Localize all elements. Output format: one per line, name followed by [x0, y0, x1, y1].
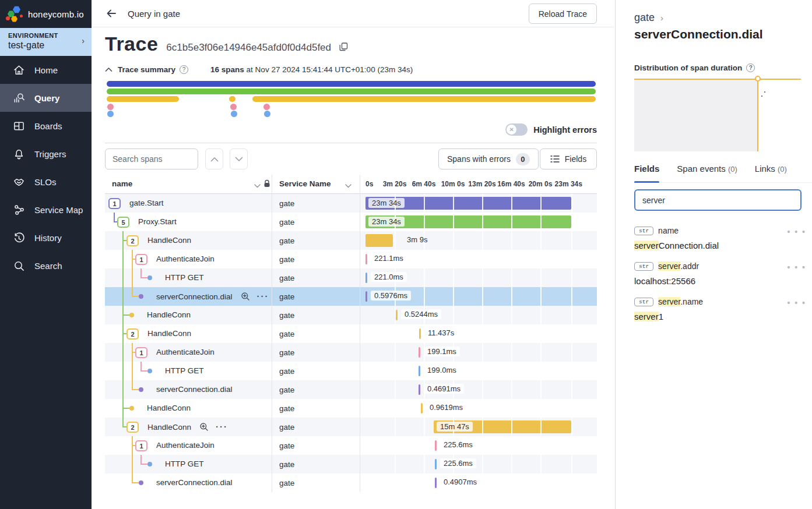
sidebar-item-query[interactable]: Query	[0, 84, 92, 112]
span-row-HTTP GET[interactable]: HTTP GETgate225.6ms	[105, 455, 597, 473]
span-duration-tick[interactable]	[435, 440, 437, 451]
span-duration-tick[interactable]	[365, 291, 367, 302]
span-count-badge[interactable]: 5	[117, 217, 129, 228]
prev-match-button[interactable]	[205, 149, 223, 169]
tab-links[interactable]: Links (0)	[755, 164, 787, 182]
tab-fields[interactable]: Fields	[634, 164, 659, 182]
sidebar-item-home[interactable]: Home	[0, 56, 92, 84]
field-menu-icon[interactable]: • • •	[788, 227, 806, 236]
chevron-down-icon[interactable]	[345, 181, 351, 190]
span-duration-tick[interactable]	[419, 328, 421, 339]
span-row-HandleConn[interactable]: 2HandleConngate11.437s	[105, 324, 597, 343]
timeline-gridline	[540, 268, 542, 287]
span-duration-bar[interactable]	[365, 234, 393, 247]
chevron-up-icon[interactable]	[105, 65, 113, 74]
field-menu-icon[interactable]: • • •	[788, 298, 806, 307]
trace-summary-label[interactable]: Trace summary	[118, 65, 175, 74]
span-row-HandleConn[interactable]: 2HandleConngate3m 9s	[105, 231, 597, 250]
span-duration-tick[interactable]	[435, 478, 437, 488]
row-menu-icon[interactable]: ···	[257, 294, 269, 299]
tab-span-events[interactable]: Span events (0)	[677, 164, 737, 182]
span-count-badge[interactable]: 2	[126, 422, 139, 433]
minimap-span-bar	[252, 96, 596, 102]
minimap-span-bar	[107, 89, 596, 94]
copy-icon[interactable]	[339, 43, 348, 51]
service-name-cell: gate	[272, 455, 360, 473]
span-row-gate-Start[interactable]: 1gate.Startgate23m 34s	[105, 194, 597, 213]
reload-trace-button[interactable]: Reload Trace	[529, 3, 597, 24]
breadcrumb[interactable]: gate ›	[634, 12, 663, 24]
span-duration-tick[interactable]	[396, 310, 398, 320]
timeline-gridline	[540, 343, 542, 362]
column-header-name[interactable]: name	[112, 179, 132, 188]
span-name: HandleConn	[147, 236, 191, 245]
span-count-badge[interactable]: 2	[126, 328, 139, 340]
span-duration-tick[interactable]	[421, 403, 423, 413]
span-name: AuthenticateJoin	[156, 441, 215, 450]
span-row-HandleConn[interactable]: 2HandleConn···gate15m 47s	[105, 418, 597, 436]
span-row-HTTP GET[interactable]: HTTP GETgate221.0ms	[105, 268, 597, 287]
tree-connector	[132, 296, 139, 297]
span-duration-tick[interactable]	[419, 347, 420, 358]
field-item[interactable]: strname• • •serverConnection.dial	[634, 226, 806, 250]
axis-tick-label: 6m 40s	[412, 180, 436, 188]
span-row-serverConnection-dial[interactable]: serverConnection.dialgate0.4907ms	[105, 473, 597, 492]
chart-marker-handle[interactable]	[755, 76, 761, 82]
field-item[interactable]: strserver.addr• • •localhost:25566	[634, 261, 806, 286]
field-item[interactable]: strserver.name• • •server1	[634, 297, 806, 321]
span-count-badge[interactable]: 1	[135, 440, 147, 451]
help-icon[interactable]: ?	[180, 65, 188, 74]
lock-icon[interactable]	[263, 179, 270, 190]
span-row-serverConnection-dial[interactable]: serverConnection.dialgate0.4691ms	[105, 380, 597, 399]
next-match-button[interactable]	[230, 149, 248, 169]
zoom-in-icon[interactable]	[199, 422, 209, 432]
duration-distribution-chart[interactable]	[634, 79, 801, 150]
highlight-errors-toggle[interactable]: ✕	[505, 123, 528, 136]
span-count-badge[interactable]: 2	[126, 235, 139, 246]
timeline-gridline	[395, 473, 396, 492]
span-duration-tick[interactable]	[365, 254, 367, 264]
search-spans-input[interactable]	[105, 149, 198, 169]
honeycomb-logo[interactable]: honeycomb.io	[0, 0, 92, 28]
span-row-AuthenticateJoin[interactable]: 1AuthenticateJoingate199.1ms	[105, 343, 597, 362]
row-menu-icon[interactable]: ···	[216, 424, 228, 430]
span-row-HTTP GET[interactable]: HTTP GETgate199.0ms	[105, 362, 597, 380]
span-count-badge[interactable]: 1	[135, 254, 147, 265]
span-row-AuthenticateJoin[interactable]: 1AuthenticateJoingate225.6ms	[105, 436, 597, 455]
span-row-HandleConn[interactable]: HandleConngate0.9619ms	[105, 399, 597, 418]
field-search-input[interactable]	[634, 189, 802, 211]
span-duration-tick[interactable]	[365, 273, 367, 283]
minimap-span-bar	[229, 96, 235, 102]
spans-with-errors-button[interactable]: Spans with errors 0	[438, 149, 539, 169]
sidebar-item-search[interactable]: Search	[0, 252, 92, 280]
span-row-Proxy-Start[interactable]: 5Proxy.Startgate23m 34s	[105, 213, 597, 231]
sidebar-item-slos[interactable]: SLOs	[0, 168, 92, 196]
zoom-in-icon[interactable]	[241, 292, 250, 301]
back-button[interactable]	[106, 8, 117, 19]
chevron-down-icon[interactable]	[254, 181, 261, 190]
fields-button[interactable]: Fields	[540, 149, 597, 169]
span-row-HandleConn[interactable]: HandleConngate0.5244ms	[105, 306, 597, 324]
sidebar-item-boards[interactable]: Boards	[0, 112, 92, 140]
logo-text: honeycomb.io	[28, 9, 84, 19]
span-row-serverConnection-dial[interactable]: serverConnection.dial···gate0.5976ms	[105, 287, 597, 306]
sidebar-item-service-map[interactable]: Service Map	[0, 196, 92, 224]
trace-minimap[interactable]	[107, 81, 596, 118]
span-row-AuthenticateJoin[interactable]: 1AuthenticateJoingate221.1ms	[105, 250, 597, 268]
column-header-service[interactable]: Service Name	[279, 179, 331, 188]
timeline-gridline	[571, 213, 572, 231]
environment-switcher[interactable]: ENVIRONMENT test-gate ›	[0, 28, 92, 56]
timeline-gridline	[571, 306, 572, 324]
span-duration-tick[interactable]	[419, 384, 420, 395]
help-icon[interactable]: ?	[746, 63, 755, 72]
breadcrumb-service[interactable]: gate	[634, 12, 655, 24]
span-count-badge[interactable]: 1	[108, 198, 121, 209]
timeline-gridline	[453, 194, 454, 213]
sidebar-item-triggers[interactable]: Triggers	[0, 140, 92, 168]
span-duration-tick[interactable]	[435, 459, 437, 469]
span-duration-tick[interactable]	[419, 366, 420, 376]
sidebar-item-history[interactable]: History	[0, 224, 92, 252]
timeline-cell: 11.437s	[360, 324, 597, 343]
field-menu-icon[interactable]: • • •	[788, 263, 806, 272]
span-count-badge[interactable]: 1	[135, 347, 147, 358]
